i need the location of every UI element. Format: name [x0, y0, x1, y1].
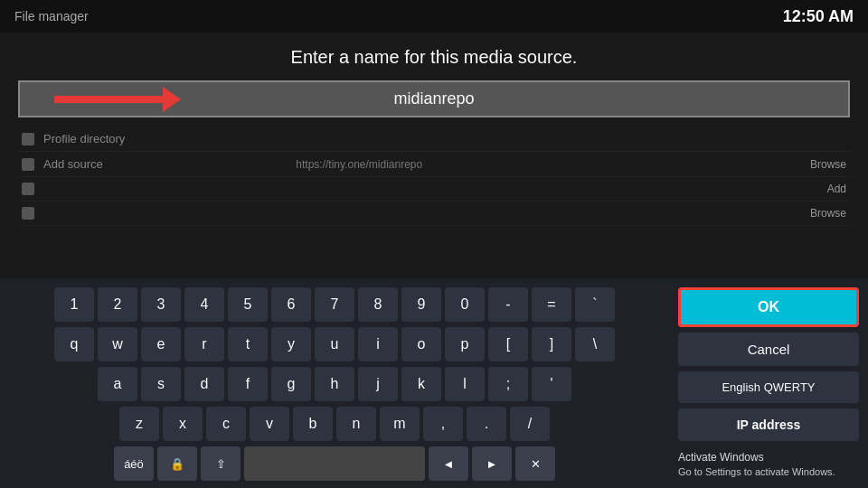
cancel-button[interactable]: Cancel: [678, 333, 859, 366]
key-slash[interactable]: /: [510, 407, 550, 441]
key-backslash[interactable]: \: [575, 327, 615, 361]
ip-address-button[interactable]: IP address: [678, 408, 859, 441]
key-q[interactable]: q: [54, 327, 94, 361]
key-z[interactable]: z: [119, 407, 159, 441]
browse-btn-2[interactable]: Browse: [810, 158, 846, 171]
key-y[interactable]: y: [271, 327, 311, 361]
key-k[interactable]: k: [401, 367, 441, 401]
arrow-body: [54, 96, 163, 103]
add-btn[interactable]: Add: [827, 183, 846, 195]
key-u[interactable]: u: [315, 327, 354, 361]
key-backtick[interactable]: `: [575, 287, 615, 322]
key-w[interactable]: w: [98, 327, 137, 361]
key-backspace[interactable]: ✕: [515, 446, 555, 481]
header: File manager 12:50 AM: [0, 0, 868, 33]
key-d[interactable]: d: [184, 367, 224, 401]
browse-btn-3[interactable]: Browse: [810, 207, 846, 220]
key-minus[interactable]: -: [488, 287, 528, 322]
key-s[interactable]: s: [141, 367, 181, 401]
key-space[interactable]: [244, 446, 425, 481]
activate-windows-notice: Activate Windows Go to Settings to activ…: [678, 450, 859, 479]
keyboard-row-special: áéö 🔒 ⇧ ◄ ► ✕: [9, 446, 660, 481]
activate-windows-title: Activate Windows: [678, 450, 859, 465]
key-f[interactable]: f: [228, 367, 268, 401]
name-input-row: [18, 80, 850, 117]
key-x[interactable]: x: [163, 407, 203, 441]
ok-button[interactable]: OK: [678, 287, 859, 327]
dialog-area: Enter a name for this media source. Prof…: [0, 33, 868, 235]
key-j[interactable]: j: [358, 367, 398, 401]
arrow-head: [163, 87, 181, 112]
keyboard-layout-button[interactable]: English QWERTY: [678, 371, 859, 403]
key-lbracket[interactable]: [: [488, 327, 528, 361]
add-source-label: Add source: [43, 157, 296, 171]
key-accent[interactable]: áéö: [114, 446, 154, 481]
key-2[interactable]: 2: [98, 287, 137, 322]
key-a[interactable]: a: [98, 367, 137, 401]
key-i[interactable]: i: [358, 327, 398, 361]
list-item: Add source https://tiny.one/midianrepo B…: [18, 152, 850, 177]
arrow-indicator: [54, 87, 181, 112]
dialog-prompt: Enter a name for this media source.: [18, 47, 850, 68]
key-equals[interactable]: =: [532, 287, 571, 322]
item-icon: [22, 207, 34, 220]
key-right[interactable]: ►: [472, 446, 512, 481]
key-1[interactable]: 1: [54, 287, 94, 322]
key-quote[interactable]: ': [532, 367, 571, 401]
keyboard-area: 1 2 3 4 5 6 7 8 9 0 - = ` q w e r t y u …: [0, 278, 669, 488]
keyboard-row-zxcv: z x c v b n m , . /: [9, 407, 660, 441]
key-v[interactable]: v: [250, 407, 289, 441]
key-comma[interactable]: ,: [423, 407, 463, 441]
clock: 12:50 AM: [783, 7, 854, 26]
key-h[interactable]: h: [315, 367, 354, 401]
key-c[interactable]: c: [206, 407, 246, 441]
key-period[interactable]: .: [467, 407, 506, 441]
keyboard-row-numbers: 1 2 3 4 5 6 7 8 9 0 - = `: [9, 287, 660, 322]
key-p[interactable]: p: [445, 327, 485, 361]
item-icon: [22, 183, 34, 195]
key-rbracket[interactable]: ]: [532, 327, 571, 361]
keyboard-row-asdf: a s d f g h j k l ; ': [9, 367, 660, 401]
key-6[interactable]: 6: [271, 287, 311, 322]
key-4[interactable]: 4: [184, 287, 224, 322]
app-title: File manager: [14, 9, 89, 23]
key-3[interactable]: 3: [141, 287, 181, 322]
key-o[interactable]: o: [401, 327, 441, 361]
right-panel: OK Cancel English QWERTY IP address Acti…: [669, 278, 868, 488]
key-g[interactable]: g: [271, 367, 311, 401]
item-icon: [22, 158, 34, 171]
key-8[interactable]: 8: [358, 287, 398, 322]
key-m[interactable]: m: [380, 407, 420, 441]
key-left[interactable]: ◄: [429, 446, 468, 481]
key-7[interactable]: 7: [315, 287, 354, 322]
profile-dir-label: Profile directory: [43, 132, 308, 145]
item-icon: [22, 133, 34, 145]
list-item: Add: [18, 177, 850, 202]
key-r[interactable]: r: [184, 327, 224, 361]
key-e[interactable]: e: [141, 327, 181, 361]
key-5[interactable]: 5: [228, 287, 268, 322]
key-l[interactable]: l: [445, 367, 485, 401]
key-t[interactable]: t: [228, 327, 268, 361]
activate-windows-msg: Go to Settings to activate Windows.: [678, 465, 859, 479]
key-n[interactable]: n: [336, 407, 376, 441]
key-9[interactable]: 9: [401, 287, 441, 322]
source-url: https://tiny.one/midianrepo: [296, 158, 801, 171]
background-list: Profile directory Add source https://tin…: [18, 127, 850, 226]
key-semicolon[interactable]: ;: [488, 367, 528, 401]
key-b[interactable]: b: [293, 407, 333, 441]
list-item: Browse: [18, 202, 850, 226]
key-shift[interactable]: ⇧: [201, 446, 241, 481]
list-item: Profile directory: [18, 127, 850, 152]
key-0[interactable]: 0: [445, 287, 485, 322]
keyboard-row-qwerty: q w e r t y u i o p [ ] \: [9, 327, 660, 361]
key-lock[interactable]: 🔒: [157, 446, 197, 481]
